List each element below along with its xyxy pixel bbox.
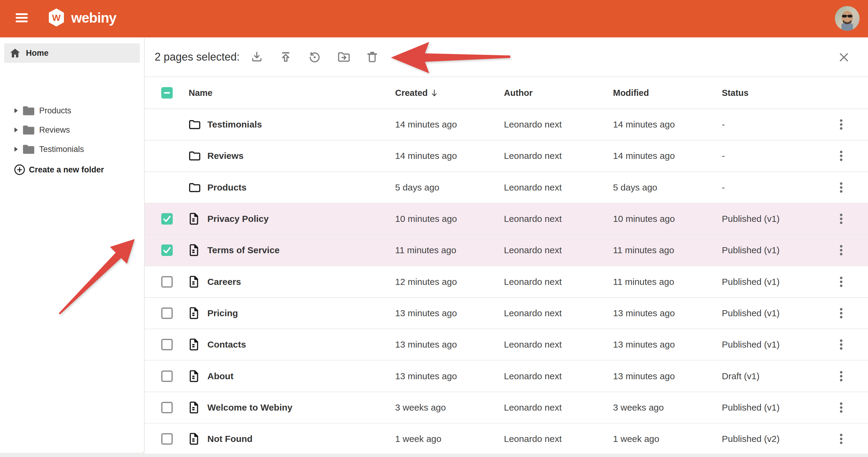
row-name[interactable]: Products xyxy=(207,182,247,193)
kebab-menu-icon[interactable] xyxy=(839,213,843,225)
row-author: Leonardo next xyxy=(504,339,562,350)
hamburger-menu-icon[interactable] xyxy=(16,13,28,24)
row-created: 13 minutes ago xyxy=(395,308,457,318)
table-row[interactable]: About 13 minutes ago Leonardo next 13 mi… xyxy=(145,361,868,392)
table-row[interactable]: Terms of Service 11 minutes ago Leonardo… xyxy=(145,235,868,266)
download-icon[interactable] xyxy=(250,51,264,64)
folder-tree-sidebar: Home Products Reviews Testimonials Creat… xyxy=(0,37,145,453)
expand-chevron-icon[interactable] xyxy=(14,108,18,113)
row-name[interactable]: Welcome to Webiny xyxy=(207,402,292,413)
row-checkbox[interactable] xyxy=(161,433,173,445)
folder-icon xyxy=(189,151,201,161)
table-row[interactable]: Testimonials 14 minutes ago Leonardo nex… xyxy=(145,109,868,141)
row-checkbox[interactable] xyxy=(161,244,173,256)
webiny-logo-text: webiny xyxy=(71,10,116,26)
folder-icon xyxy=(22,125,35,135)
row-status: Published (v1) xyxy=(722,339,780,350)
sidebar-item-reviews[interactable]: Reviews xyxy=(0,121,144,139)
selection-toolbar: 2 pages selected: xyxy=(145,37,868,77)
kebab-menu-icon[interactable] xyxy=(839,433,843,445)
row-name[interactable]: Testimonials xyxy=(207,119,262,130)
row-created: 3 weeks ago xyxy=(395,402,446,413)
column-header-modified[interactable]: Modified xyxy=(613,88,649,98)
row-created: 5 days ago xyxy=(395,182,439,193)
table-row[interactable]: Products 5 days ago Leonardo next 5 days… xyxy=(145,172,868,204)
row-modified: 13 minutes ago xyxy=(613,371,675,381)
kebab-menu-icon[interactable] xyxy=(839,401,843,414)
document-icon xyxy=(189,401,199,414)
expand-chevron-icon[interactable] xyxy=(14,147,18,152)
sidebar-item-label: Reviews xyxy=(39,125,70,135)
row-checkbox[interactable] xyxy=(161,276,173,287)
row-name[interactable]: Careers xyxy=(207,277,241,287)
row-author: Leonardo next xyxy=(504,371,562,381)
row-name[interactable]: Contacts xyxy=(207,339,246,350)
sidebar-item-home[interactable]: Home xyxy=(4,43,140,63)
table-row[interactable]: Careers 12 minutes ago Leonardo next 11 … xyxy=(145,266,868,298)
home-icon xyxy=(10,48,21,58)
kebab-menu-icon[interactable] xyxy=(839,119,843,130)
document-icon xyxy=(189,307,199,319)
row-checkbox[interactable] xyxy=(161,213,173,224)
sidebar-item-testimonials[interactable]: Testimonials xyxy=(0,140,144,158)
row-name[interactable]: Pricing xyxy=(207,308,238,318)
delete-icon[interactable] xyxy=(366,51,379,64)
folder-icon xyxy=(189,182,201,193)
row-status: - xyxy=(722,119,725,130)
table-row[interactable]: Reviews 14 minutes ago Leonardo next 14 … xyxy=(145,141,868,172)
row-checkbox[interactable] xyxy=(161,339,173,350)
kebab-menu-icon[interactable] xyxy=(839,244,843,256)
column-header-author[interactable]: Author xyxy=(504,88,532,98)
row-checkbox[interactable] xyxy=(161,402,173,413)
kebab-menu-icon[interactable] xyxy=(839,276,843,288)
table-row[interactable]: Contacts 13 minutes ago Leonardo next 13… xyxy=(145,329,868,361)
expand-chevron-icon[interactable] xyxy=(14,127,18,133)
table-row[interactable]: Privacy Policy 10 minutes ago Leonardo n… xyxy=(145,204,868,235)
row-name[interactable]: Reviews xyxy=(207,151,244,161)
user-avatar[interactable] xyxy=(835,6,860,31)
row-name[interactable]: Privacy Policy xyxy=(207,214,269,224)
row-created: 12 minutes ago xyxy=(395,277,457,287)
kebab-menu-icon[interactable] xyxy=(839,181,843,193)
row-name[interactable]: Terms of Service xyxy=(207,245,280,255)
kebab-menu-icon[interactable] xyxy=(839,150,843,162)
close-icon[interactable] xyxy=(838,51,850,63)
create-new-folder-button[interactable]: Create a new folder xyxy=(0,160,144,179)
row-checkbox[interactable] xyxy=(161,307,173,319)
row-name[interactable]: About xyxy=(207,371,234,381)
sort-desc-icon xyxy=(431,89,438,97)
row-author: Leonardo next xyxy=(504,182,562,193)
row-status: Published (v1) xyxy=(722,402,780,413)
row-author: Leonardo next xyxy=(504,119,562,130)
select-all-checkbox[interactable] xyxy=(161,87,173,98)
row-modified: 1 week ago xyxy=(613,434,659,444)
row-name[interactable]: Not Found xyxy=(207,434,253,444)
kebab-menu-icon[interactable] xyxy=(839,307,843,319)
column-header-created[interactable]: Created xyxy=(395,88,438,98)
row-status: Published (v1) xyxy=(722,214,780,224)
row-created: 13 minutes ago xyxy=(395,339,457,350)
move-to-folder-icon[interactable] xyxy=(337,51,350,64)
row-checkbox[interactable] xyxy=(161,370,173,382)
sidebar-item-products[interactable]: Products xyxy=(0,101,144,120)
table-row[interactable]: Welcome to Webiny 3 weeks ago Leonardo n… xyxy=(145,392,868,424)
table-row[interactable]: Pricing 13 minutes ago Leonardo next 13 … xyxy=(145,298,868,329)
column-header-status[interactable]: Status xyxy=(722,88,749,98)
kebab-menu-icon[interactable] xyxy=(839,370,843,382)
row-created: 14 minutes ago xyxy=(395,151,457,161)
table-row[interactable]: Not Found 1 week ago Leonardo next 1 wee… xyxy=(145,424,868,455)
restore-icon[interactable] xyxy=(308,51,321,64)
publish-icon[interactable] xyxy=(279,51,292,64)
column-header-name[interactable]: Name xyxy=(189,88,213,98)
row-author: Leonardo next xyxy=(504,151,562,161)
row-status: Published (v2) xyxy=(722,434,780,444)
create-folder-label: Create a new folder xyxy=(29,165,104,175)
sidebar-item-label: Products xyxy=(39,106,71,116)
page-background-strip xyxy=(0,454,868,457)
row-status: Draft (v1) xyxy=(722,371,760,381)
row-author: Leonardo next xyxy=(504,434,562,444)
document-icon xyxy=(189,276,199,288)
kebab-menu-icon[interactable] xyxy=(839,338,843,351)
row-status: Published (v1) xyxy=(722,277,780,287)
svg-text:W: W xyxy=(52,13,61,23)
